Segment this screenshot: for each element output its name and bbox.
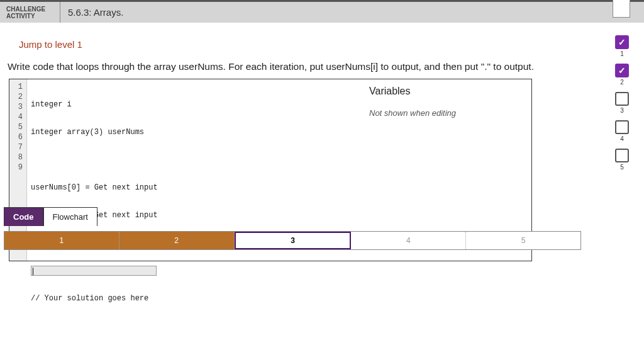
progress-seg-5[interactable]: 5 — [466, 232, 580, 249]
badge-line1: CHALLENGE — [6, 6, 60, 13]
level-progress-bar: 1 2 3 4 5 — [4, 231, 581, 250]
code-line[interactable]: userNums[0] = Get next input — [31, 183, 158, 193]
side-level-3[interactable] — [615, 92, 629, 106]
progress-seg-1[interactable]: 1 — [4, 232, 119, 249]
line-number: 9 — [13, 162, 23, 173]
code-line[interactable]: integer i — [31, 99, 158, 110]
line-number: 2 — [13, 92, 23, 102]
variables-note: Not shown when editing — [369, 108, 524, 118]
line-number: 8 — [13, 152, 23, 162]
progress-seg-2[interactable]: 2 — [119, 232, 235, 249]
page-corner-icon — [613, 0, 630, 18]
variables-heading: Variables — [369, 86, 524, 97]
prompt-text: Write code that loops through the array … — [8, 61, 639, 72]
line-number: 6 — [13, 132, 23, 142]
line-number: 3 — [13, 102, 23, 112]
badge-line2: ACTIVITY — [6, 13, 60, 20]
tab-code[interactable]: Code — [4, 207, 43, 226]
side-level-4-label: 4 — [620, 135, 624, 142]
code-line[interactable] — [31, 321, 158, 331]
text-cursor-icon[interactable] — [31, 266, 157, 276]
code-line[interactable] — [31, 266, 158, 276]
line-number: 5 — [13, 122, 23, 132]
side-level-1-label: 1 — [620, 50, 624, 57]
side-level-3-label: 3 — [620, 107, 624, 114]
code-line[interactable]: integer array(3) userNums — [31, 127, 158, 137]
activity-title: 5.6.3: Arrays. — [60, 2, 123, 23]
side-level-2[interactable] — [615, 64, 629, 77]
side-level-4[interactable] — [615, 120, 629, 134]
line-number: 4 — [13, 112, 23, 122]
line-number: 7 — [13, 142, 23, 152]
side-level-5[interactable] — [615, 149, 629, 162]
tab-flowchart[interactable]: Flowchart — [43, 207, 97, 226]
line-number: 1 — [13, 82, 23, 92]
side-level-5-label: 5 — [620, 164, 624, 171]
side-level-1[interactable] — [615, 35, 629, 49]
code-line[interactable] — [31, 155, 158, 165]
code-line[interactable]: // Your solution goes here — [31, 293, 158, 303]
challenge-header: CHALLENGE ACTIVITY 5.6.3: Arrays. — [0, 0, 644, 23]
jump-to-level-link[interactable]: Jump to level 1 — [19, 39, 639, 50]
activity-badge: CHALLENGE ACTIVITY — [0, 2, 60, 23]
side-level-2-label: 2 — [620, 79, 624, 86]
level-side-tracker: 1 2 3 4 5 — [614, 35, 630, 176]
progress-seg-3[interactable]: 3 — [235, 232, 352, 249]
progress-seg-4[interactable]: 4 — [351, 232, 466, 249]
editor-tabs: Code Flowchart — [4, 207, 97, 226]
